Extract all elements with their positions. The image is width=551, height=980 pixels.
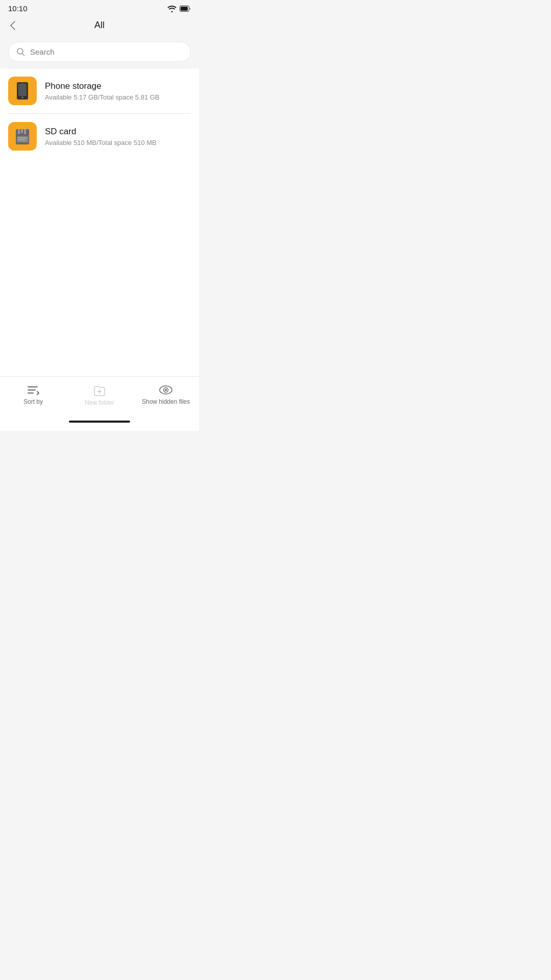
phone-storage-icon bbox=[8, 77, 37, 105]
sd-card-icon bbox=[8, 122, 37, 151]
new-folder-icon bbox=[93, 385, 106, 396]
svg-rect-10 bbox=[24, 129, 26, 134]
sd-card-name: SD card bbox=[45, 127, 157, 137]
status-icons bbox=[167, 5, 191, 12]
wifi-icon bbox=[167, 5, 177, 12]
back-button[interactable] bbox=[8, 19, 17, 32]
app-header: All bbox=[0, 15, 199, 36]
bottom-nav: Sort by New folder Show hidden files bbox=[0, 376, 199, 419]
phone-storage-name: Phone storage bbox=[45, 81, 160, 91]
status-bar: 10:10 bbox=[0, 0, 199, 15]
sd-card-item[interactable]: SD card Available 510 MB/Total space 510… bbox=[0, 114, 199, 159]
home-indicator bbox=[69, 421, 130, 423]
search-container bbox=[0, 36, 199, 68]
svg-rect-13 bbox=[18, 139, 25, 140]
svg-point-2 bbox=[17, 48, 23, 54]
status-time: 10:10 bbox=[8, 4, 28, 13]
search-input[interactable] bbox=[30, 47, 182, 56]
battery-icon bbox=[180, 6, 191, 12]
svg-rect-8 bbox=[18, 129, 20, 134]
show-hidden-files-button[interactable]: Show hidden files bbox=[133, 383, 199, 408]
svg-rect-1 bbox=[181, 7, 188, 11]
svg-rect-9 bbox=[21, 129, 23, 133]
storage-list: Phone storage Available 5.17 GB/Total sp… bbox=[0, 68, 199, 376]
svg-rect-6 bbox=[21, 83, 24, 84]
sort-by-label: Sort by bbox=[23, 398, 43, 405]
phone-storage-item[interactable]: Phone storage Available 5.17 GB/Total sp… bbox=[0, 68, 199, 113]
svg-rect-12 bbox=[18, 137, 27, 138]
show-hidden-files-icon bbox=[159, 385, 173, 395]
svg-rect-4 bbox=[18, 84, 27, 96]
sort-by-icon bbox=[27, 385, 39, 395]
phone-storage-info: Phone storage Available 5.17 GB/Total sp… bbox=[45, 81, 160, 101]
search-icon bbox=[17, 48, 25, 56]
phone-storage-detail: Available 5.17 GB/Total space 5.81 GB bbox=[45, 93, 160, 101]
search-bar[interactable] bbox=[8, 42, 191, 62]
sd-card-info: SD card Available 510 MB/Total space 510… bbox=[45, 127, 157, 146]
new-folder-label: New folder bbox=[85, 399, 114, 406]
new-folder-button[interactable]: New folder bbox=[66, 383, 133, 408]
svg-point-21 bbox=[165, 389, 167, 391]
show-hidden-files-label: Show hidden files bbox=[142, 398, 190, 405]
page-title: All bbox=[94, 20, 105, 31]
sort-by-button[interactable]: Sort by bbox=[0, 383, 66, 408]
svg-point-5 bbox=[21, 96, 23, 99]
sd-card-detail: Available 510 MB/Total space 510 MB bbox=[45, 139, 157, 146]
